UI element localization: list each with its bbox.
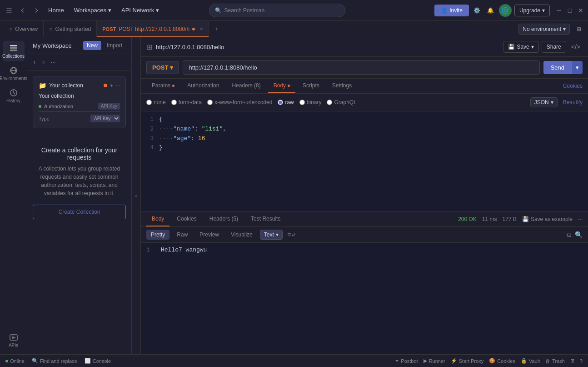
trash-button[interactable]: 🗑 Trash (545, 358, 565, 364)
tab-authorization[interactable]: Authorization (182, 79, 224, 93)
sidebar-item-collections[interactable]: Collections (3, 41, 25, 61)
api-network-menu[interactable]: API Network ▾ (118, 5, 163, 15)
method-selector[interactable]: POST ▾ (146, 61, 179, 74)
more-options-button[interactable]: ··· (49, 58, 58, 66)
start-proxy-button[interactable]: ⚡ Start Proxy (451, 358, 483, 364)
new-button[interactable]: New (83, 41, 101, 50)
environment-selector[interactable]: No environment ▾ (518, 24, 570, 35)
tab-scripts[interactable]: Scripts (297, 79, 325, 93)
help-icon: ? (580, 358, 583, 364)
maximize-button[interactable]: □ (566, 7, 573, 14)
tab-active-request[interactable]: POST POST http://127.0.0.1:8080/h ✕ (97, 21, 209, 37)
save-example-button[interactable]: 💾 Save as example (522, 216, 573, 222)
collection-card: 📁 Your collecton + ··· Your collection A… (33, 76, 126, 128)
tab-close-button[interactable]: ✕ (199, 26, 203, 31)
radio-urlencoded[interactable] (207, 100, 213, 105)
more-response-options[interactable]: ··· (578, 216, 583, 222)
save-button[interactable]: 💾 Save ▾ (503, 41, 538, 53)
option-urlencoded[interactable]: x-www-form-urlencoded (207, 99, 272, 106)
radio-graphql[interactable] (327, 100, 332, 105)
upgrade-button[interactable]: Upgrade ▾ (514, 5, 550, 16)
resp-preview-button[interactable]: Preview (195, 230, 224, 240)
resp-visualize-button[interactable]: Visualize (226, 230, 257, 240)
settings-icon[interactable]: ⚙️ (472, 5, 483, 16)
radio-none[interactable] (146, 100, 152, 105)
add-tab-button[interactable]: + (211, 24, 222, 35)
back-button[interactable] (17, 5, 28, 16)
resp-raw-button[interactable]: Raw (172, 230, 192, 240)
option-none[interactable]: none (146, 99, 166, 106)
invite-button[interactable]: 👤 Invite (434, 5, 469, 16)
hamburger-menu-button[interactable] (4, 5, 15, 16)
share-button[interactable]: Share (542, 41, 566, 53)
option-graphql[interactable]: GraphQL (327, 99, 356, 106)
import-button[interactable]: Import (103, 41, 126, 50)
option-raw[interactable]: raw (278, 99, 294, 106)
postbot-button[interactable]: ✦ Postbot (395, 358, 418, 364)
url-input[interactable] (183, 60, 539, 75)
add-item-button[interactable]: + (110, 83, 113, 88)
minimize-button[interactable]: ─ (555, 7, 563, 14)
option-form-data[interactable]: form-data (171, 99, 202, 106)
cookies-button[interactable]: 🍪 Cookies (489, 358, 515, 364)
vault-button[interactable]: 🔒 Vault (521, 358, 540, 364)
collapse-panel-button[interactable]: ‹ (132, 37, 141, 354)
response-time: 11 ms (482, 216, 497, 222)
console-button[interactable]: ⬜ Console (85, 358, 111, 364)
home-link[interactable]: Home (45, 5, 68, 15)
resp-tab-test-results[interactable]: Test Results (245, 212, 286, 226)
avatar-icon[interactable]: 🌀 (499, 4, 512, 17)
collection-preview: 📁 Your collecton + ··· Your collection A… (27, 70, 131, 139)
grid-icon: ⊞ (570, 358, 574, 364)
type-dropdown[interactable]: API Key (90, 115, 120, 122)
more-item-button[interactable]: ··· (116, 83, 120, 88)
resp-tab-body[interactable]: Body (146, 212, 169, 226)
tab-getting-started[interactable]: ○ Getting started (44, 21, 97, 37)
send-dropdown[interactable]: ▾ (572, 61, 583, 74)
forward-button[interactable] (31, 5, 42, 16)
create-collection-button[interactable]: Create Collection (33, 205, 126, 219)
response-body-options: Pretty Raw Preview Visualize Text ▾ ≡⤶ ⧉… (141, 227, 588, 243)
workspaces-menu[interactable]: Workspaces ▾ (70, 5, 115, 15)
tab-body[interactable]: Body (268, 79, 295, 93)
radio-binary[interactable] (299, 100, 305, 105)
find-replace-button[interactable]: 🔍 Find and replace (32, 358, 77, 364)
text-format-selector[interactable]: Text ▾ (260, 230, 283, 240)
sidebar-item-history[interactable]: History (3, 85, 25, 106)
layout-toggle-button[interactable]: ⊞ (573, 24, 584, 35)
copy-response-button[interactable]: ⧉ (567, 231, 571, 239)
close-button[interactable]: ✕ (577, 7, 584, 14)
help-button[interactable]: ? (580, 358, 583, 364)
wrap-icon[interactable]: ≡⤶ (287, 231, 296, 238)
tab-headers[interactable]: Headers (8) (226, 79, 266, 93)
workspace-header: My Workspace New Import (27, 37, 131, 54)
code-editor[interactable]: 1 2 3 4 { ····"name": "lisi", ····"age":… (141, 111, 588, 211)
add-collection-button[interactable]: + (31, 58, 38, 66)
runner-button[interactable]: ▶ Runner (424, 358, 445, 364)
search-response-button[interactable]: 🔍 (575, 231, 583, 239)
online-status[interactable]: Online (5, 358, 25, 364)
sidebar-item-environments[interactable]: Environments (3, 63, 25, 84)
tab-settings[interactable]: Settings (327, 79, 357, 93)
resp-tab-cookies[interactable]: Cookies (171, 212, 202, 226)
resp-pretty-button[interactable]: Pretty (146, 230, 169, 240)
sort-button[interactable]: ≡ (40, 58, 47, 66)
grid-button[interactable]: ⊞ (570, 358, 574, 364)
code-button[interactable]: </> (569, 41, 583, 53)
option-binary[interactable]: binary (299, 99, 322, 106)
format-selector[interactable]: JSON ▾ (530, 97, 558, 107)
search-bar[interactable]: 🔍 Search Postman (209, 4, 345, 17)
radio-raw[interactable] (278, 100, 283, 105)
radio-form-data[interactable] (171, 100, 177, 105)
panel-header: + ≡ ··· (27, 54, 131, 70)
beautify-button[interactable]: Beautify (563, 99, 583, 106)
resp-tab-headers[interactable]: Headers (5) (204, 212, 244, 226)
send-button[interactable]: Send (543, 61, 572, 74)
cookies-link[interactable]: Cookies (563, 83, 583, 89)
response-line-1: 1 Hello7 wangwu (146, 246, 583, 253)
sidebar-item-apis[interactable]: APIs (3, 330, 25, 351)
tab-params[interactable]: Params (146, 79, 180, 93)
notifications-icon[interactable]: 🔔 (485, 5, 496, 16)
topbar: Home Workspaces ▾ API Network ▾ 🔍 Search… (0, 0, 588, 21)
tab-overview[interactable]: ○ Overview (4, 21, 44, 37)
